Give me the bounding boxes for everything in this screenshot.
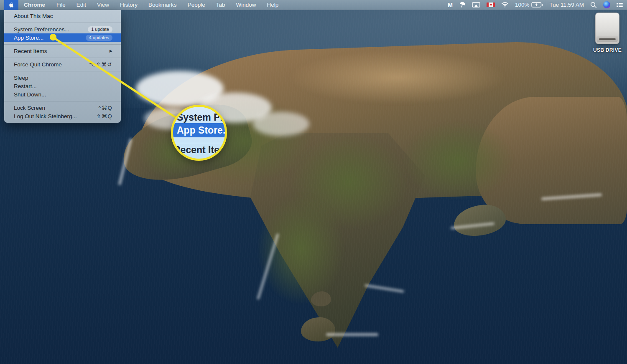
menu-item-about-this-mac[interactable]: About This Mac: [4, 12, 121, 20]
callout-separator: [173, 143, 225, 143]
callout-app-store-text: App Store...: [177, 125, 227, 136]
menu-bar: Chrome File Edit View History Bookmarks …: [0, 0, 627, 10]
menu-tab[interactable]: Tab: [216, 2, 225, 8]
menu-edit[interactable]: Edit: [76, 2, 86, 8]
menu-separator: [4, 58, 121, 58]
menu-window[interactable]: Window: [236, 2, 256, 8]
menu-separator: [4, 23, 121, 23]
menu-item-label: Shut Down...: [14, 91, 46, 98]
menu-item-label: System Preferences...: [14, 26, 69, 33]
display-mirroring-icon[interactable]: [472, 2, 480, 8]
menu-item-app-store[interactable]: App Store... 4 updates: [4, 33, 121, 42]
menu-item-force-quit[interactable]: Force Quit Chrome ⌥⇧⌘↺: [4, 60, 121, 68]
battery-charging-icon: [531, 2, 543, 8]
menu-item-label: Recent Items: [14, 48, 47, 54]
notification-center-icon[interactable]: [617, 2, 623, 8]
malwarebytes-icon[interactable]: M: [448, 2, 453, 8]
avira-umbrella-icon[interactable]: [459, 2, 466, 8]
menu-item-restart[interactable]: Restart...: [4, 82, 121, 90]
menu-separator: [4, 101, 121, 101]
menu-help[interactable]: Help: [267, 2, 278, 8]
menu-item-label: Lock Screen: [14, 105, 45, 111]
menu-item-recent-items[interactable]: Recent Items ▶: [4, 47, 121, 55]
desktop: USB DRIVE Chrome File Edit View History …: [0, 0, 627, 364]
menu-app-name[interactable]: Chrome: [24, 2, 45, 8]
callout-magnifier: System Pre App Store... Recent Iter: [171, 105, 227, 161]
menu-history[interactable]: History: [120, 2, 138, 8]
battery-percent-label: 100%: [515, 2, 530, 8]
menu-item-shortcut: ^⌘Q: [98, 105, 112, 111]
siri-icon[interactable]: [603, 1, 610, 8]
usb-drive-front-band: [596, 36, 618, 42]
search-icon[interactable]: [590, 2, 597, 8]
callout-app-store-highlight: App Store...: [171, 123, 227, 137]
usb-drive-desktop-icon[interactable]: USB DRIVE: [589, 13, 626, 53]
battery-status[interactable]: 100%: [515, 2, 543, 8]
usb-drive-icon: [595, 13, 619, 44]
menu-item-shut-down[interactable]: Shut Down...: [4, 90, 121, 99]
canada-flag-icon[interactable]: [487, 3, 495, 7]
usb-drive-vent-slot: [599, 38, 616, 40]
menu-item-label: App Store...: [14, 35, 43, 41]
menu-separator: [4, 44, 121, 45]
apple-menu-button[interactable]: [4, 0, 18, 10]
menu-view[interactable]: View: [97, 2, 109, 8]
menu-separator: [4, 71, 121, 71]
menu-bar-clock[interactable]: Tue 11:59 AM: [549, 2, 584, 8]
update-count-badge: 4 updates: [86, 35, 112, 41]
menu-item-label: Force Quit Chrome: [14, 61, 62, 68]
menu-bar-status-area: M 100% Tue 11:59 AM: [448, 1, 623, 8]
apple-icon: [8, 1, 15, 8]
menu-item-label: Sleep: [14, 75, 28, 81]
submenu-arrow-icon: ▶: [110, 49, 112, 53]
callout-system-preferences-text: System Pre: [177, 112, 227, 123]
menu-item-label: Restart...: [14, 83, 37, 89]
menu-people[interactable]: People: [188, 2, 205, 8]
menu-item-lock-screen[interactable]: Lock Screen ^⌘Q: [4, 104, 121, 112]
menu-item-system-preferences[interactable]: System Preferences... 1 update: [4, 25, 121, 33]
menu-bookmarks[interactable]: Bookmarks: [148, 2, 177, 8]
menu-item-label: About This Mac: [14, 13, 53, 19]
callout-recent-items-text: Recent Iter: [173, 144, 223, 156]
maple-leaf-icon: [489, 3, 492, 6]
menu-item-shortcut: ⌥⇧⌘↺: [89, 61, 112, 68]
usb-drive-label: USB DRIVE: [589, 47, 626, 53]
menu-file[interactable]: File: [56, 2, 66, 8]
menu-item-shortcut: ⇧⌘Q: [96, 113, 112, 119]
apple-menu-dropdown: About This Mac System Preferences... 1 u…: [4, 10, 121, 123]
menu-item-log-out[interactable]: Log Out Nick Steinberg... ⇧⌘Q: [4, 112, 121, 120]
wifi-icon[interactable]: [501, 2, 509, 8]
menu-item-sleep[interactable]: Sleep: [4, 73, 121, 82]
update-count-badge: 1 update: [88, 26, 112, 33]
menu-item-label: Log Out Nick Steinberg...: [14, 113, 77, 119]
